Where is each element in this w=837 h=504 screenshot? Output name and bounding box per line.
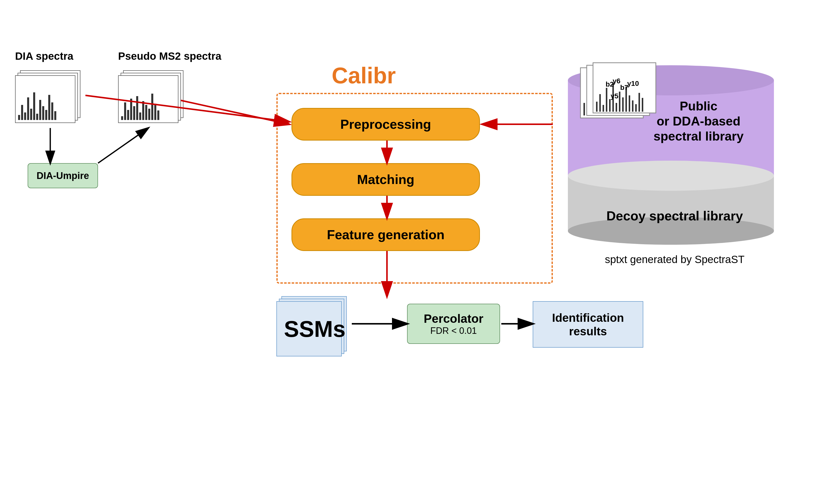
svg-text:spectral library: spectral library — [654, 129, 744, 143]
ssms-label: SSMs — [284, 316, 345, 342]
bar — [133, 106, 135, 120]
dia-spectra-stack — [15, 70, 86, 126]
bar — [27, 97, 29, 120]
matching-label: Matching — [357, 172, 414, 187]
spectrum-page — [118, 75, 178, 123]
sptxt-label: sptxt generated by SpectraST — [568, 254, 782, 265]
percolator-box: Percolator FDR < 0.01 — [407, 304, 500, 344]
svg-text:y5: y5 — [611, 92, 618, 100]
spectrum-page — [15, 75, 75, 123]
bar — [142, 101, 144, 120]
bar — [54, 111, 56, 120]
svg-text:y10: y10 — [627, 79, 639, 87]
bar — [151, 94, 153, 120]
bar — [33, 92, 35, 120]
preprocessing-label: Preprocessing — [340, 117, 431, 132]
bar — [127, 110, 129, 120]
bar — [145, 105, 147, 120]
bar — [148, 109, 150, 120]
bar — [21, 105, 23, 120]
pseudo-ms2-label: Pseudo MS2 spectra — [118, 50, 221, 62]
dia-umpire-label: DIA-Umpire — [36, 170, 89, 181]
dia-umpire-box: DIA-Umpire — [28, 163, 98, 188]
bar — [18, 115, 20, 120]
bar — [30, 109, 32, 120]
spectrum-bars — [18, 87, 72, 120]
preprocessing-button: Preprocessing — [291, 108, 480, 141]
bar — [124, 102, 126, 120]
matching-button: Matching — [291, 163, 480, 196]
bar — [45, 110, 47, 120]
bar — [39, 100, 41, 120]
bar — [136, 96, 138, 120]
feature-generation-button: Feature generation — [291, 218, 480, 251]
fdr-label: FDR < 0.01 — [430, 325, 477, 336]
spectral-library-cylinder: b2 y6 y5 b7 y10 Public or DDA-based spec… — [548, 60, 824, 261]
id-results-label: Identification results — [533, 311, 643, 338]
svg-text:y6: y6 — [612, 77, 620, 85]
spectrum-bars — [121, 87, 175, 120]
svg-line-53 — [181, 100, 289, 124]
id-results-box: Identification results — [533, 301, 643, 348]
bar — [154, 104, 156, 120]
bar — [42, 106, 44, 120]
bar — [51, 102, 53, 120]
bar — [130, 99, 132, 120]
diagram-container: DIA spectra — [0, 0, 837, 504]
pseudo-ms2-stack — [118, 70, 189, 126]
svg-line-52 — [98, 128, 148, 163]
bar — [36, 114, 38, 120]
svg-text:Public: Public — [680, 99, 717, 113]
svg-text:or DDA-based: or DDA-based — [657, 114, 740, 128]
bar — [24, 112, 26, 120]
bar — [139, 112, 141, 120]
decoy-library-label: Decoy spectral library — [568, 208, 782, 223]
feature-generation-label: Feature generation — [327, 227, 445, 242]
calibr-title: Calibr — [332, 63, 396, 89]
percolator-label: Percolator — [424, 312, 483, 325]
dia-spectra-label: DIA spectra — [15, 50, 73, 62]
bar — [121, 116, 123, 120]
svg-point-6 — [568, 161, 774, 191]
bar — [157, 110, 159, 120]
bar — [48, 95, 50, 120]
